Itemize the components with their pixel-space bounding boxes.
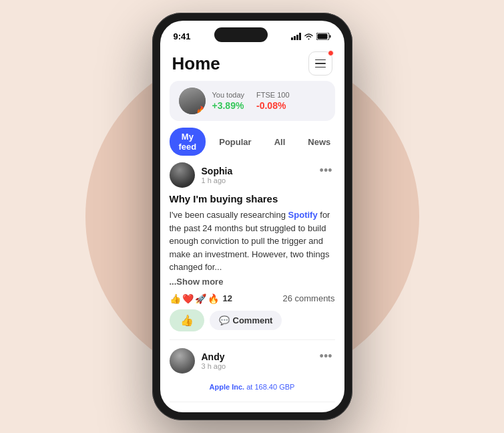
battery-icon	[316, 33, 331, 40]
dynamic-island	[214, 27, 268, 42]
page-header: Home	[160, 47, 344, 81]
post-body-1: I've been casually researching Spotify f…	[170, 208, 335, 274]
tab-all[interactable]: All	[265, 133, 295, 151]
feed-content: Sophia 1 h ago ••• Why I'm buying shares…	[160, 162, 344, 412]
notification-dot	[328, 50, 334, 56]
feed-tabs: My feed Popular All News Saved	[160, 128, 344, 162]
post-author-2: Andy 3 h ago	[170, 348, 226, 374]
svg-rect-5	[329, 35, 330, 37]
post-title-1: Why I'm buying shares	[170, 193, 335, 204]
you-today-label: You today	[212, 91, 245, 99]
apple-hint: Apple Inc. at 168.40 GBP	[170, 379, 335, 394]
author-avatar-1	[170, 162, 195, 188]
svg-rect-2	[296, 35, 298, 40]
author-info-1: Sophia 1 h ago	[202, 166, 233, 184]
tab-my-feed[interactable]: My feed	[170, 128, 206, 156]
author-avatar-2	[170, 348, 195, 374]
menu-line-3	[315, 67, 326, 68]
tab-news[interactable]: News	[298, 133, 340, 151]
author-name-1: Sophia	[202, 166, 233, 176]
post-header-2: Andy 3 h ago •••	[170, 348, 335, 374]
post-more-2[interactable]: •••	[317, 348, 335, 365]
svg-rect-3	[299, 33, 301, 40]
svg-rect-6	[317, 33, 327, 39]
author-time-2: 3 h ago	[202, 362, 226, 370]
reactions-row: 👍 ❤️ 🚀 🔥 12 26 comments	[170, 293, 335, 304]
page-title: Home	[172, 53, 220, 74]
author-time-1: 1 h ago	[202, 176, 233, 184]
reaction-rocket: 🚀	[195, 293, 206, 304]
ftse-value: -0.08%	[256, 100, 290, 111]
action-buttons-1: 👍 💬 Comment	[170, 309, 335, 331]
apple-brand: Apple Inc.	[210, 383, 245, 391]
svg-rect-1	[294, 36, 296, 40]
wifi-icon	[304, 33, 314, 40]
show-more-btn[interactable]: ...Show more	[170, 277, 335, 287]
you-today-stat: You today +3.89%	[212, 91, 245, 111]
post-body-start: I've been casually researching	[170, 210, 288, 220]
market-stats: You today +3.89% FTSE 100 -0.08%	[212, 91, 290, 111]
you-today-value: +3.89%	[212, 100, 245, 111]
post-card-1: Sophia 1 h ago ••• Why I'm buying shares…	[170, 162, 335, 340]
comment-btn-label: Comment	[233, 315, 273, 325]
post-highlight: Spotify	[288, 210, 318, 220]
status-bar: 9:41	[160, 21, 344, 47]
tab-popular[interactable]: Popular	[210, 133, 260, 151]
status-icons	[291, 33, 331, 40]
reaction-count: 12	[223, 293, 232, 303]
ftse-stat: FTSE 100 -0.08%	[256, 91, 290, 111]
comment-button[interactable]: 💬 Comment	[210, 311, 282, 330]
reaction-heart: ❤️	[182, 293, 194, 304]
menu-button[interactable]	[308, 51, 332, 76]
post-more-1[interactable]: •••	[317, 162, 335, 179]
apple-hint-suffix: at 168.40 GBP	[244, 383, 294, 391]
author-info-2: Andy 3 h ago	[202, 351, 226, 370]
author-avatar-image-2	[170, 348, 195, 374]
market-banner: 🔥 You today +3.89% FTSE 100 -0.08%	[170, 81, 335, 121]
post-card-2: Andy 3 h ago ••• Apple Inc. at 168.40 GB…	[170, 340, 335, 402]
status-time: 9:41	[174, 31, 191, 41]
post-header-1: Sophia 1 h ago •••	[170, 162, 335, 188]
phone-screen: 9:41	[160, 21, 344, 412]
author-avatar-image-1	[170, 162, 195, 188]
post-author-1: Sophia 1 h ago	[170, 162, 233, 188]
menu-line-2	[315, 63, 326, 64]
signal-icon	[291, 33, 301, 40]
user-avatar: 🔥	[179, 88, 206, 114]
phone-shell: 9:41	[152, 13, 352, 420]
comment-icon: 💬	[219, 315, 230, 325]
author-name-2: Andy	[202, 351, 226, 362]
svg-rect-0	[291, 37, 293, 40]
comments-count: 26 comments	[282, 293, 334, 303]
reaction-fire: 🔥	[208, 293, 219, 304]
menu-line-1	[315, 59, 326, 61]
ftse-label: FTSE 100	[256, 91, 290, 99]
reactions-left: 👍 ❤️ 🚀 🔥 12	[170, 293, 232, 304]
like-button[interactable]: 👍	[170, 309, 204, 331]
reaction-thumbs-up: 👍	[170, 293, 181, 304]
fire-badge: 🔥	[196, 106, 206, 114]
